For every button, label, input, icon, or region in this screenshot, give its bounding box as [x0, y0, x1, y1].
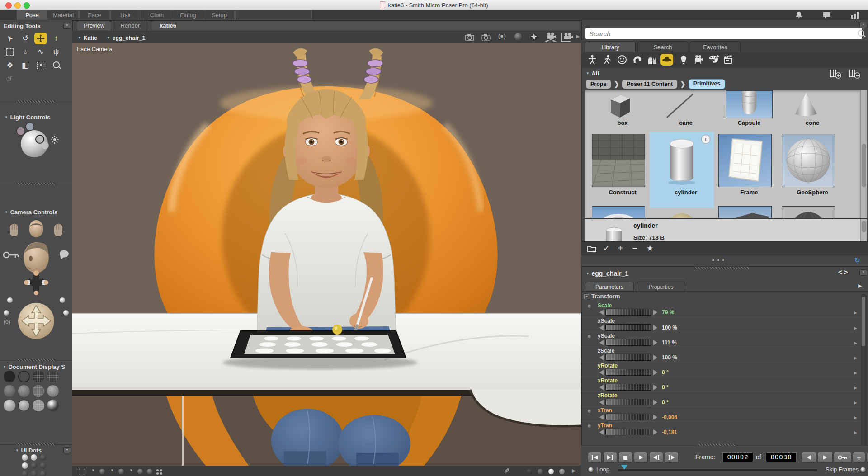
param-dial[interactable]	[605, 429, 651, 435]
add-item-icon[interactable]: +	[618, 243, 623, 254]
category-hair-icon[interactable]	[631, 54, 643, 66]
shading-ball-icon[interactable]	[137, 469, 143, 474]
slider-increment-arrow[interactable]	[653, 340, 657, 345]
display-style-flat-shaded[interactable]	[18, 385, 30, 397]
library-root-selector[interactable]: ▼ All	[586, 69, 599, 77]
param-menu-arrow[interactable]: ▶	[854, 325, 857, 330]
more-cameras-arrow[interactable]: ▶	[576, 33, 580, 39]
ui-dots-windowshade-button[interactable]: ▼	[63, 447, 71, 453]
category-expressions-icon[interactable]	[616, 54, 628, 66]
scale-tool-icon[interactable]	[4, 46, 16, 58]
first-frame-button[interactable]	[588, 452, 602, 463]
dropdown-caret-icon[interactable]: ▼	[110, 468, 114, 472]
ui-dot-memory-1[interactable]	[22, 454, 28, 461]
params-overflow-arrow[interactable]: ▶	[858, 283, 862, 289]
edit-keyframes-button[interactable]	[834, 452, 852, 463]
section-divider-grip[interactable]	[17, 443, 56, 445]
keyframe-dot-icon[interactable]	[588, 424, 591, 428]
param-menu-arrow[interactable]: ▶	[854, 415, 857, 420]
grid-scrollbar[interactable]	[860, 90, 867, 218]
category-figures-icon[interactable]	[586, 54, 599, 66]
document-tab-katie6[interactable]: katie6	[151, 20, 580, 30]
param-dial[interactable]	[605, 414, 651, 420]
tab-favorites[interactable]: Favorites	[690, 41, 741, 52]
section-divider-grip[interactable]	[17, 183, 56, 185]
direct-manipulation-tool-icon[interactable]: ☞	[4, 73, 16, 85]
param-dial[interactable]	[605, 369, 651, 376]
light-control-ball[interactable]	[8, 122, 53, 159]
params-scrollbar[interactable]	[861, 294, 867, 453]
slider-decrement-arrow[interactable]	[599, 340, 604, 345]
style-ball-gray-icon[interactable]	[559, 469, 565, 474]
slider-decrement-arrow[interactable]	[599, 415, 604, 420]
ui-dots-header[interactable]: ▼ UI Dots	[15, 446, 42, 454]
slider-decrement-arrow[interactable]	[599, 355, 604, 360]
thumb-frame[interactable]	[718, 134, 772, 187]
param-label[interactable]: xRotate	[598, 377, 618, 384]
param-label[interactable]: yRotate	[598, 363, 618, 369]
param-value[interactable]: 0 °	[662, 384, 669, 391]
item-label-cone[interactable]: cone	[781, 119, 844, 126]
activity-chart-icon[interactable]	[850, 11, 859, 19]
param-value[interactable]: -0,181	[662, 429, 677, 435]
item-label-frame[interactable]: Frame	[717, 189, 781, 196]
params-scrollbar-thumb[interactable]	[862, 297, 865, 346]
slider-increment-arrow[interactable]	[653, 370, 657, 375]
param-menu-arrow[interactable]: ▶	[854, 310, 857, 315]
stop-button[interactable]	[618, 452, 632, 463]
param-dial[interactable]	[605, 324, 651, 331]
thumb-partial-ball[interactable]	[660, 211, 703, 218]
thumb-partial-darksphere[interactable]	[782, 206, 835, 218]
light-controls-header[interactable]: ▼ Light Controls	[5, 113, 50, 121]
grid-scrollbar-thumb[interactable]	[862, 144, 866, 187]
display-style-outline[interactable]	[18, 371, 30, 382]
thumb-construct[interactable]	[592, 134, 645, 187]
dropdown-caret-icon[interactable]: ▼	[129, 468, 133, 472]
taper-tool-icon[interactable]: ∿	[34, 46, 47, 58]
message-icon[interactable]	[822, 11, 831, 19]
param-menu-arrow[interactable]: ▶	[854, 355, 857, 360]
add-keyframe-button[interactable]: +	[853, 452, 865, 463]
display-style-silhouette[interactable]	[4, 371, 15, 382]
bracket-ball-icon[interactable]: (●)	[498, 33, 506, 39]
slider-increment-arrow[interactable]	[653, 325, 657, 330]
slider-increment-arrow[interactable]	[653, 400, 657, 405]
param-value[interactable]: 79 %	[662, 309, 674, 316]
param-label[interactable]: yScale	[598, 333, 615, 339]
translate-in-out-tool-icon[interactable]: ↕	[50, 33, 62, 44]
slider-decrement-arrow[interactable]	[599, 325, 604, 330]
display-style-wireframe[interactable]	[33, 371, 44, 382]
param-label[interactable]: zScale	[598, 348, 614, 354]
viewport-3d-scene[interactable]	[72, 43, 581, 466]
total-frames-field[interactable]: 00030	[766, 452, 797, 462]
splitter-grip[interactable]	[722, 218, 733, 219]
param-dial[interactable]	[605, 339, 651, 346]
ui-dot-memory-8[interactable]	[31, 471, 37, 476]
film-camera-frame-icon[interactable]	[561, 32, 573, 42]
param-label[interactable]: zRotate	[598, 392, 617, 399]
prop-prev-next-arrows[interactable]: <>	[838, 269, 849, 277]
keyframe-dot-icon[interactable]	[588, 335, 591, 338]
trackball-figure-icon[interactable]	[529, 32, 539, 42]
thumb-cylinder[interactable]	[667, 136, 697, 185]
display-style-smooth-lined[interactable]	[18, 400, 30, 411]
skip-frames-toggle[interactable]	[860, 467, 866, 473]
param-dial[interactable]	[605, 354, 651, 361]
param-label[interactable]: Scale	[598, 302, 612, 309]
morph-tool-icon[interactable]: ψ	[50, 46, 62, 58]
param-menu-arrow[interactable]: ▶	[854, 370, 857, 375]
play-button[interactable]	[634, 452, 648, 463]
tab-setup[interactable]: Setup	[204, 10, 235, 20]
slider-increment-arrow[interactable]	[653, 355, 657, 360]
add-library-icon[interactable]	[829, 68, 842, 79]
loop-toggle[interactable]	[588, 467, 594, 473]
thumb-cane[interactable]	[661, 92, 699, 119]
tab-library-search[interactable]: Search	[637, 41, 688, 52]
display-style-smooth-shaded[interactable]	[4, 400, 15, 411]
tab-hair[interactable]: Hair	[110, 10, 141, 20]
display-style-flat-lined[interactable]	[33, 385, 44, 397]
display-style-shiny[interactable]	[47, 400, 59, 411]
display-style-texture-shaded[interactable]	[33, 400, 44, 411]
slider-increment-arrow[interactable]	[653, 415, 657, 420]
camera-icon[interactable]	[464, 33, 476, 42]
